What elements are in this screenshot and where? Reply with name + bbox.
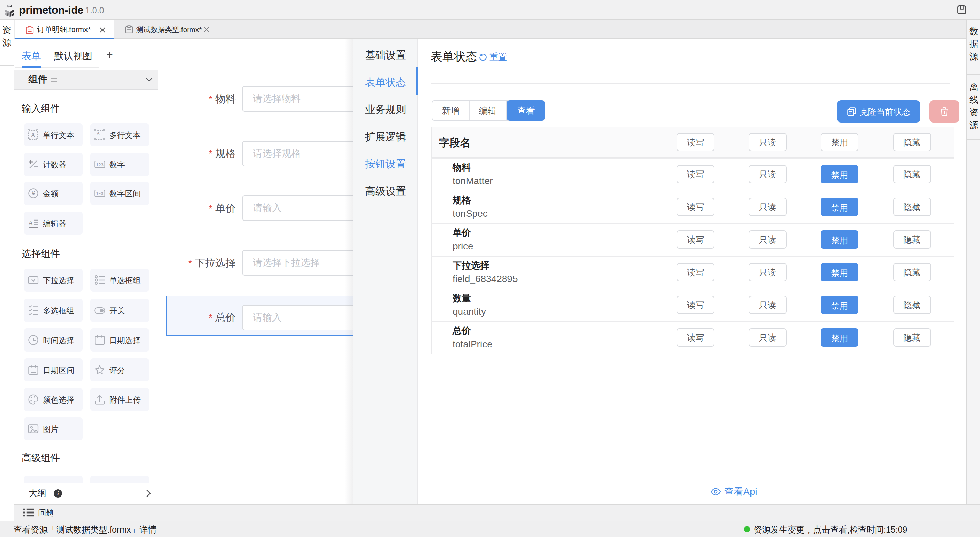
svg-text:A: A [28, 219, 33, 227]
svg-text:i: i [57, 490, 59, 497]
svg-text:123: 123 [96, 162, 103, 167]
svg-text:A: A [96, 131, 100, 137]
svg-text:A: A [31, 131, 35, 138]
svg-text:1~3: 1~3 [96, 191, 103, 196]
svg-text:¥: ¥ [31, 190, 35, 197]
